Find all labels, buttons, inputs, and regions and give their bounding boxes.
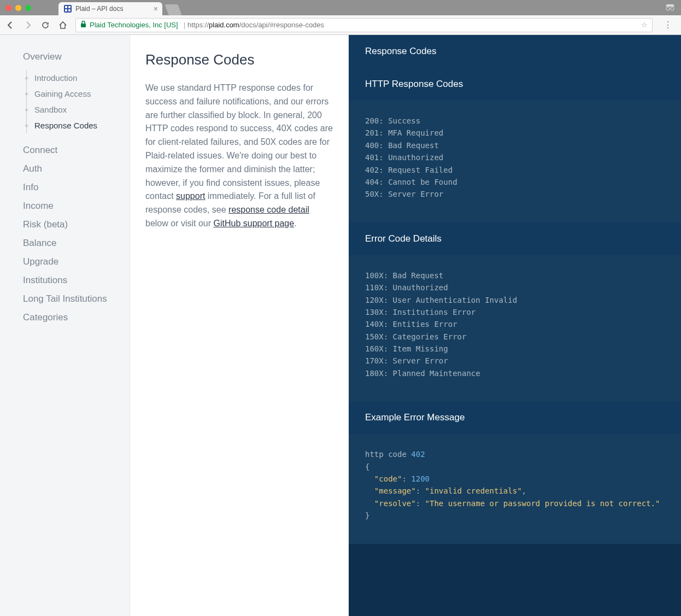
svg-rect-1	[65, 6, 67, 8]
code-line: 50X: Server Error	[365, 188, 665, 200]
code-line: 201: MFA Required	[365, 127, 665, 139]
code-line: 180X: Planned Maintenance	[365, 367, 665, 379]
code-line: 400: Bad Request	[365, 139, 665, 151]
incognito-icon	[665, 2, 676, 13]
sidebar-subitem[interactable]: Introduction	[27, 70, 130, 86]
browser-menu-button[interactable]: ⋮	[660, 20, 676, 30]
sidebar-item[interactable]: Long Tail Institutions	[23, 290, 130, 308]
code-line: 120X: User Authentication Invalid	[365, 294, 665, 306]
window-maximize-button[interactable]	[25, 5, 31, 11]
forward-button[interactable]	[23, 20, 33, 30]
example-k2: "message"	[374, 486, 416, 495]
example-close-brace: }	[365, 509, 665, 521]
svg-point-6	[671, 7, 674, 10]
main-text-1: We use standard HTTP response codes for …	[145, 83, 333, 201]
reload-button[interactable]	[40, 20, 50, 30]
window-minimize-button[interactable]	[15, 5, 21, 11]
example-error-block: http code 402 { "code": 1200 "message": …	[349, 434, 681, 543]
window-close-button[interactable]	[5, 5, 11, 11]
sidebar-item[interactable]: Auth	[23, 160, 130, 178]
sidebar-subitem[interactable]: Response Codes	[27, 118, 130, 133]
right-title-error-details: Error Code Details	[349, 222, 681, 255]
sidebar-item[interactable]: Connect	[23, 141, 130, 160]
code-line: 140X: Entities Error	[365, 318, 665, 330]
main-content: Response Codes We use standard HTTP resp…	[130, 35, 349, 616]
sidebar-item[interactable]: Upgrade	[23, 253, 130, 271]
sidebar-subitems: IntroductionGaining AccessSandboxRespons…	[26, 70, 130, 133]
code-line: 100X: Bad Request	[365, 269, 665, 281]
sidebar-item[interactable]: Categories	[23, 308, 130, 327]
example-open-brace: {	[365, 461, 665, 473]
example-pre: http code	[365, 450, 411, 459]
sidebar-item[interactable]: Info	[23, 178, 130, 197]
main-text-3: below or visit our	[145, 219, 214, 228]
lock-icon	[80, 21, 86, 30]
http-codes-block: 200: Success201: MFA Required400: Bad Re…	[349, 101, 681, 222]
url-domain: plaid.com	[209, 21, 239, 29]
bookmark-star-icon[interactable]: ☆	[641, 21, 648, 29]
ev-cert-label: Plaid Technologies, Inc [US]	[90, 21, 178, 29]
right-title-response-codes: Response Codes	[349, 35, 681, 68]
svg-rect-4	[68, 9, 71, 11]
sidebar-item[interactable]: Balance	[23, 234, 130, 253]
address-bar[interactable]: Plaid Technologies, Inc [US] | https://p…	[75, 18, 653, 32]
browser-toolbar: Plaid Technologies, Inc [US] | https://p…	[0, 15, 681, 35]
example-http-num: 402	[411, 450, 425, 459]
new-tab-button[interactable]	[165, 4, 181, 15]
code-line: 200: Success	[365, 115, 665, 127]
traffic-lights	[5, 5, 31, 11]
sidebar-item[interactable]: Risk (beta)	[23, 215, 130, 234]
code-line: 170X: Server Error	[365, 355, 665, 367]
code-line: 160X: Item Missing	[365, 343, 665, 355]
example-k3: "resolve"	[374, 499, 416, 508]
right-panel: Response Codes HTTP Response Codes 200: …	[349, 35, 681, 616]
support-link[interactable]: support	[176, 191, 205, 201]
page-body: Overview IntroductionGaining AccessSandb…	[0, 35, 681, 616]
favicon-icon	[64, 5, 72, 13]
code-line: 401: Unauthorized	[365, 151, 665, 163]
svg-rect-2	[68, 6, 71, 8]
example-v2: "invalid credentials"	[425, 486, 522, 495]
page-title: Response Codes	[145, 51, 333, 68]
browser-tab[interactable]: Plaid – API docs ×	[58, 2, 162, 15]
titlebar: Plaid – API docs ×	[0, 0, 681, 15]
tab-strip: Plaid – API docs ×	[58, 0, 180, 15]
main-text-4: .	[294, 219, 296, 228]
sidebar-item[interactable]: Institutions	[23, 271, 130, 290]
example-v1: 1200	[411, 474, 430, 483]
example-v3: "The username or password provided is no…	[425, 499, 660, 508]
github-support-link[interactable]: GitHub support page	[214, 219, 295, 228]
sidebar: Overview IntroductionGaining AccessSandb…	[0, 35, 130, 616]
error-codes-block: 100X: Bad Request110X: Unauthorized120X:…	[349, 255, 681, 402]
url-protocol: https://	[187, 21, 209, 29]
right-title-http-codes: HTTP Response Codes	[349, 68, 681, 101]
tab-title: Plaid – API docs	[75, 5, 123, 13]
close-tab-icon[interactable]: ×	[154, 5, 158, 13]
code-line: 150X: Categories Error	[365, 331, 665, 343]
url-separator: |	[184, 21, 185, 29]
sidebar-overview[interactable]: Overview	[23, 51, 130, 62]
code-line: 110X: Unauthorized	[365, 281, 665, 294]
back-button[interactable]	[5, 20, 15, 30]
svg-point-5	[666, 7, 670, 10]
sidebar-item[interactable]: Income	[23, 197, 130, 215]
home-button[interactable]	[58, 20, 68, 30]
svg-rect-8	[81, 24, 86, 27]
code-line: 130X: Institutions Error	[365, 306, 665, 318]
example-k1: "code"	[374, 474, 402, 483]
url-path: /docs/api/#response-codes	[239, 21, 324, 29]
code-line: 402: Request Failed	[365, 164, 665, 176]
svg-rect-3	[65, 9, 67, 11]
main-paragraph: We use standard HTTP response codes for …	[145, 81, 333, 231]
sidebar-subitem[interactable]: Gaining Access	[27, 86, 130, 102]
response-code-detail-link[interactable]: response code detail	[228, 205, 309, 214]
right-title-example: Example Error Message	[349, 401, 681, 434]
code-line: 404: Cannot be Found	[365, 176, 665, 188]
sidebar-subitem[interactable]: Sandbox	[27, 102, 130, 118]
